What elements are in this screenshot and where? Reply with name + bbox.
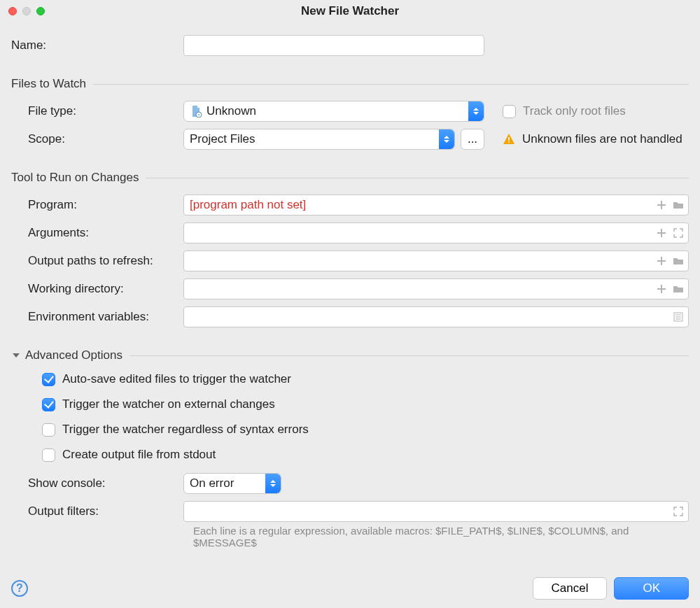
output-paths-label: Output paths to refresh:	[11, 254, 183, 268]
expand-icon[interactable]	[672, 227, 685, 239]
file-type-value: Unknown	[206, 104, 256, 118]
scope-warning-text: Unknown files are not handled	[522, 132, 682, 146]
working-directory-label: Working directory:	[11, 282, 183, 296]
program-input[interactable]	[183, 195, 689, 215]
env-vars-label: Environment variables:	[11, 310, 183, 324]
titlebar: New File Watcher	[0, 0, 700, 22]
working-directory-input[interactable]	[183, 278, 689, 299]
show-console-combo[interactable]: On error	[183, 473, 281, 494]
scope-combo[interactable]: Project Files	[183, 129, 455, 150]
syntax-errors-checkbox[interactable]	[42, 423, 55, 437]
autosave-label[interactable]: Auto-save edited files to trigger the wa…	[62, 372, 291, 386]
program-label: Program:	[11, 198, 183, 212]
svg-rect-2	[508, 137, 510, 141]
chevrons-icon	[265, 474, 281, 493]
show-console-label: Show console:	[11, 476, 183, 490]
help-button[interactable]: ?	[11, 580, 28, 597]
file-type-label: File type:	[11, 104, 183, 118]
env-editor-icon[interactable]	[672, 311, 685, 323]
section-advanced-options[interactable]: Advanced Options	[11, 348, 689, 362]
minimize-window-button[interactable]	[22, 7, 31, 15]
name-label: Name:	[11, 38, 183, 52]
browse-folder-icon[interactable]	[672, 199, 685, 211]
output-filters-input[interactable]	[183, 501, 689, 522]
warning-icon	[503, 133, 515, 146]
file-type-icon: ?	[190, 105, 202, 118]
section-title-files: Files to Watch	[11, 77, 86, 91]
scope-value: Project Files	[190, 132, 255, 146]
disclosure-triangle-icon	[11, 352, 21, 359]
external-changes-checkbox[interactable]	[42, 398, 55, 411]
dialog-body: Name: Files to Watch File type: ? Unknow…	[0, 22, 700, 549]
track-only-root-checkbox[interactable]	[503, 105, 516, 118]
window-controls	[8, 7, 45, 15]
window-title: New File Watcher	[0, 4, 700, 18]
env-vars-input[interactable]	[183, 306, 689, 327]
output-filters-label: Output filters:	[11, 504, 183, 518]
insert-macro-icon[interactable]	[655, 227, 668, 239]
arguments-input[interactable]	[183, 222, 689, 243]
stdout-label[interactable]: Create output file from stdout	[62, 448, 216, 462]
section-title-tool: Tool to Run on Changes	[11, 171, 139, 185]
insert-macro-icon[interactable]	[655, 283, 668, 295]
output-paths-input[interactable]	[183, 250, 689, 271]
syntax-errors-label[interactable]: Trigger the watcher regardless of syntax…	[62, 423, 309, 437]
show-console-value: On error	[190, 476, 234, 490]
scope-more-button[interactable]: ...	[461, 129, 484, 150]
zoom-window-button[interactable]	[36, 7, 45, 15]
output-filters-hint: Each line is a regular expression, avail…	[193, 525, 689, 549]
chevrons-icon	[468, 101, 484, 121]
expand-icon[interactable]	[672, 505, 685, 518]
svg-rect-3	[508, 141, 510, 143]
name-input[interactable]	[183, 35, 484, 56]
cancel-button[interactable]: Cancel	[533, 577, 608, 600]
section-tool-to-run: Tool to Run on Changes	[11, 171, 689, 185]
insert-macro-icon[interactable]	[655, 255, 668, 267]
chevrons-icon	[439, 129, 454, 149]
autosave-checkbox[interactable]	[42, 373, 55, 386]
file-type-combo[interactable]: ? Unknown	[183, 101, 484, 122]
dialog-footer: ? Cancel OK	[11, 577, 689, 600]
ok-button[interactable]: OK	[614, 577, 689, 600]
browse-folder-icon[interactable]	[672, 283, 685, 295]
browse-folder-icon[interactable]	[672, 255, 685, 267]
track-only-root-label[interactable]: Track only root files	[523, 104, 626, 118]
section-title-advanced: Advanced Options	[25, 348, 122, 362]
insert-macro-icon[interactable]	[655, 199, 668, 211]
close-window-button[interactable]	[8, 7, 17, 15]
external-changes-label[interactable]: Trigger the watcher on external changes	[62, 397, 275, 411]
stdout-checkbox[interactable]	[42, 448, 55, 462]
scope-label: Scope:	[11, 132, 183, 146]
arguments-label: Arguments:	[11, 226, 183, 240]
section-files-to-watch: Files to Watch	[11, 77, 689, 91]
